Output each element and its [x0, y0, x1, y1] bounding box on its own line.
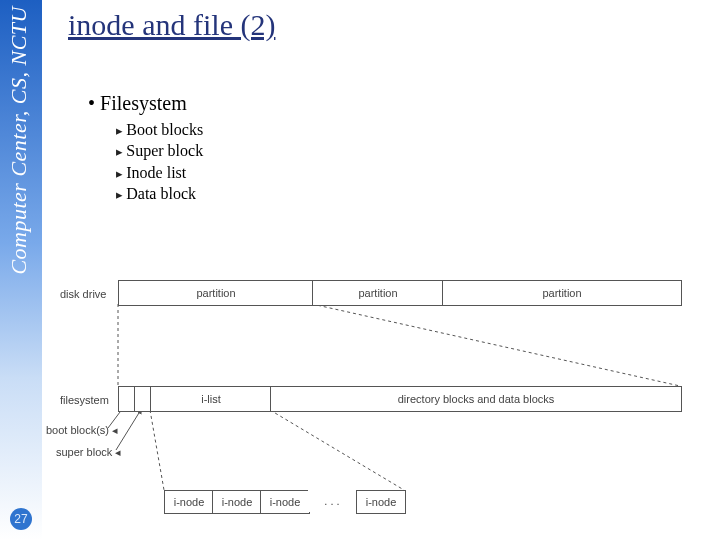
bullet-item: Super block: [116, 142, 203, 160]
bullet-item: Data block: [116, 185, 203, 203]
bullet-heading: • Filesystem: [88, 92, 203, 115]
partition-box: partition: [442, 280, 682, 306]
svg-line-5: [270, 410, 404, 490]
sidebar: Computer Center, CS, NCTU: [0, 0, 42, 540]
partition-box: partition: [312, 280, 444, 306]
bootblock-box: [118, 386, 135, 412]
svg-line-4: [150, 410, 164, 490]
inode-cell: i-node: [260, 490, 310, 514]
superblock-label: super block ◂: [56, 446, 121, 459]
slide-number-badge: 27: [10, 508, 32, 530]
bullet-block: • Filesystem Boot blocks Super block Ino…: [88, 92, 203, 207]
inode-cell: i-node: [356, 490, 406, 514]
svg-line-1: [312, 304, 680, 386]
ilist-box: i-list: [150, 386, 272, 412]
slide-title: inode and file (2): [68, 8, 275, 42]
bootblock-label: boot block(s) ◂: [46, 424, 118, 437]
datablocks-box: directory blocks and data blocks: [270, 386, 682, 412]
arrow-left-icon: ◂: [112, 424, 118, 436]
svg-line-3: [116, 408, 142, 450]
sidebar-org-text: Computer Center, CS, NCTU: [6, 6, 32, 275]
bullet-heading-text: Filesystem: [100, 92, 187, 114]
inode-cell: i-node: [164, 490, 214, 514]
filesystem-label: filesystem: [60, 394, 109, 406]
inode-cell: i-node: [212, 490, 262, 514]
partition-box: partition: [118, 280, 314, 306]
inode-ellipsis: . . .: [308, 490, 356, 512]
superblock-box: [134, 386, 151, 412]
bullet-item: Inode list: [116, 164, 203, 182]
diagram-canvas: disk drive partition partition partition…: [60, 276, 710, 526]
bullet-item: Boot blocks: [116, 121, 203, 139]
arrow-left-icon: ◂: [115, 446, 121, 458]
disk-drive-label: disk drive: [60, 288, 106, 300]
